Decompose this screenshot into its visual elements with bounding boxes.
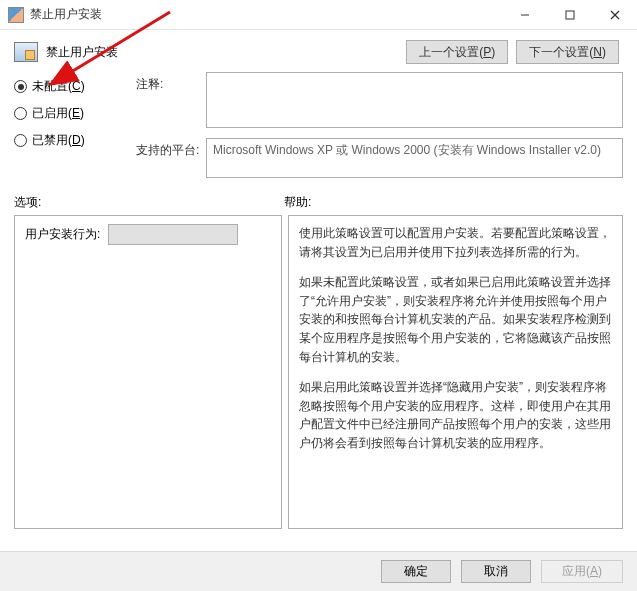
supported-on-text: Microsoft Windows XP 或 Windows 2000 (安装有… [213, 143, 601, 157]
dialog-footer: 确定 取消 应用(A) [0, 551, 637, 591]
apply-button[interactable]: 应用(A) [541, 560, 623, 583]
radio-label: 已禁用(D) [32, 132, 85, 149]
policy-title: 禁止用户安装 [46, 44, 118, 61]
previous-setting-button[interactable]: 上一个设置(P) [406, 40, 508, 64]
ok-button[interactable]: 确定 [381, 560, 451, 583]
titlebar: 禁止用户安装 [0, 0, 637, 30]
radio-label: 已启用(E) [32, 105, 84, 122]
window-controls [502, 0, 637, 29]
option-behavior-select[interactable] [108, 224, 238, 245]
comment-label: 注释: [136, 72, 206, 128]
header-row: 禁止用户安装 上一个设置(P) 下一个设置(N) [0, 30, 637, 68]
radio-icon [14, 80, 27, 93]
radio-disabled[interactable]: 已禁用(D) [14, 132, 126, 149]
next-setting-button[interactable]: 下一个设置(N) [516, 40, 619, 64]
state-radio-group: 未配置(C) 已启用(E) 已禁用(D) [14, 72, 126, 188]
cancel-button[interactable]: 取消 [461, 560, 531, 583]
window-title: 禁止用户安装 [30, 6, 502, 23]
help-paragraph: 使用此策略设置可以配置用户安装。若要配置此策略设置，请将其设置为已启用并使用下拉… [299, 224, 612, 261]
help-paragraph: 如果未配置此策略设置，或者如果已启用此策略设置并选择了“允许用户安装”，则安装程… [299, 273, 612, 366]
comment-textarea[interactable] [206, 72, 623, 128]
minimize-button[interactable] [502, 0, 547, 29]
radio-label: 未配置(C) [32, 78, 85, 95]
radio-icon [14, 107, 27, 120]
close-icon [610, 10, 620, 20]
app-icon [8, 7, 24, 23]
help-paragraph: 如果启用此策略设置并选择“隐藏用户安装”，则安装程序将忽略按照每个用户安装的应用… [299, 378, 612, 452]
radio-not-configured[interactable]: 未配置(C) [14, 78, 126, 95]
option-behavior-label: 用户安装行为: [25, 226, 100, 243]
options-label: 选项: [14, 194, 284, 211]
radio-icon [14, 134, 27, 147]
config-area: 未配置(C) 已启用(E) 已禁用(D) 注释: 支持的平台: Microsof… [0, 68, 637, 188]
svg-rect-2 [566, 11, 574, 19]
radio-enabled[interactable]: 已启用(E) [14, 105, 126, 122]
supported-on-label: 支持的平台: [136, 138, 206, 178]
help-panel: 使用此策略设置可以配置用户安装。若要配置此策略设置，请将其设置为已启用并使用下拉… [288, 215, 623, 529]
policy-icon [14, 42, 38, 62]
maximize-button[interactable] [547, 0, 592, 29]
maximize-icon [565, 10, 575, 20]
help-label: 帮助: [284, 194, 623, 211]
section-labels: 选项: 帮助: [0, 188, 637, 215]
options-panel: 用户安装行为: [14, 215, 282, 529]
close-button[interactable] [592, 0, 637, 29]
minimize-icon [520, 10, 530, 20]
supported-on-box: Microsoft Windows XP 或 Windows 2000 (安装有… [206, 138, 623, 178]
panels: 用户安装行为: 使用此策略设置可以配置用户安装。若要配置此策略设置，请将其设置为… [0, 215, 637, 529]
